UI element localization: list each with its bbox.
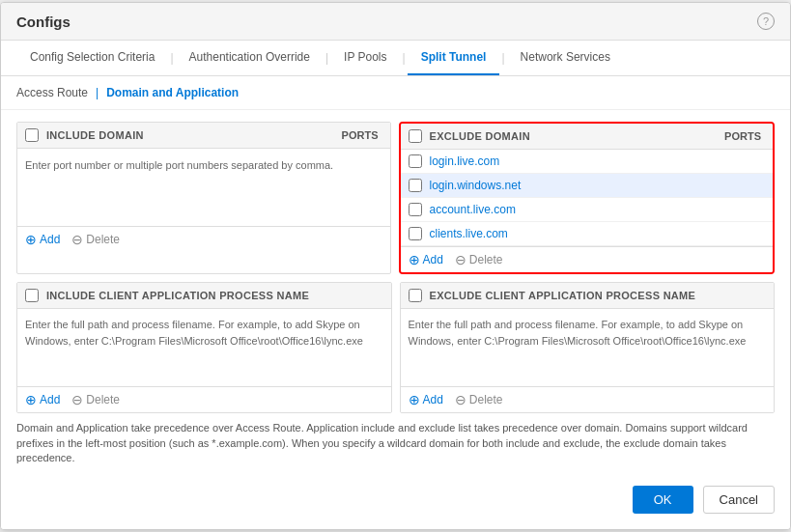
include-process-body: Enter the full path and process filename… bbox=[17, 309, 391, 386]
sub-tab-domain-app[interactable]: Domain and Application bbox=[106, 84, 239, 101]
exclude-domain-header: EXCLUDE DOMAIN PORTS bbox=[401, 124, 774, 150]
delete-circle-icon: ⊖ bbox=[71, 232, 83, 247]
ok-button[interactable]: OK bbox=[633, 486, 693, 514]
table-row[interactable]: login.live.com bbox=[401, 150, 774, 174]
table-row[interactable]: clients.live.com bbox=[401, 222, 774, 246]
exclude-row-checkbox-2[interactable] bbox=[409, 203, 422, 216]
exclude-row-checkbox-3[interactable] bbox=[409, 227, 422, 240]
exclude-row-checkbox-1[interactable] bbox=[409, 179, 422, 192]
include-process-col-header: INCLUDE CLIENT APPLICATION PROCESS NAME bbox=[46, 290, 309, 301]
exclude-row-domain-2: account.live.com bbox=[430, 203, 766, 216]
table-row[interactable]: account.live.com bbox=[401, 198, 774, 222]
window-title: Configs bbox=[16, 14, 71, 30]
delete-circle-icon-4: ⊖ bbox=[455, 392, 466, 407]
include-process-header: INCLUDE CLIENT APPLICATION PROCESS NAME bbox=[17, 283, 391, 309]
exclude-domain-ports-header: PORTS bbox=[724, 130, 765, 142]
sub-tab-access-route[interactable]: Access Route bbox=[16, 84, 88, 101]
exclude-process-delete-btn[interactable]: ⊖ Delete bbox=[455, 392, 503, 407]
exclude-domain-add-btn[interactable]: ⊕ Add bbox=[409, 252, 443, 267]
include-process-panel: INCLUDE CLIENT APPLICATION PROCESS NAME … bbox=[16, 282, 392, 413]
process-tables-row: INCLUDE CLIENT APPLICATION PROCESS NAME … bbox=[16, 282, 775, 413]
main-content: INCLUDE DOMAIN PORTS Enter port number o… bbox=[1, 110, 790, 528]
delete-circle-icon-3: ⊖ bbox=[71, 392, 83, 407]
table-row[interactable]: login.windows.net bbox=[401, 174, 774, 198]
add-circle-icon-4: ⊕ bbox=[409, 392, 420, 407]
exclude-process-add-btn[interactable]: ⊕ Add bbox=[409, 392, 443, 407]
exclude-row-checkbox-0[interactable] bbox=[409, 154, 422, 168]
exclude-row-domain-3: clients.live.com bbox=[430, 227, 766, 240]
include-domain-body: Enter port number or multiple port numbe… bbox=[17, 149, 390, 226]
tab-auth-override[interactable]: Authentication Override bbox=[176, 41, 324, 75]
include-domain-select-all[interactable] bbox=[25, 128, 39, 142]
add-circle-icon-2: ⊕ bbox=[409, 252, 420, 267]
exclude-process-select-all[interactable] bbox=[409, 289, 422, 302]
footer-note: Domain and Application take precedence o… bbox=[16, 421, 775, 465]
exclude-row-domain-1: login.windows.net bbox=[430, 179, 766, 192]
exclude-process-col-header: EXCLUDE CLIENT APPLICATION PROCESS NAME bbox=[430, 290, 696, 301]
add-circle-icon: ⊕ bbox=[25, 232, 37, 247]
exclude-domain-body: login.live.com login.windows.net account… bbox=[401, 150, 774, 246]
add-circle-icon-3: ⊕ bbox=[25, 392, 37, 407]
delete-circle-icon-2: ⊖ bbox=[455, 252, 466, 267]
include-process-delete-btn[interactable]: ⊖ Delete bbox=[71, 392, 120, 407]
include-process-footer: ⊕ Add ⊖ Delete bbox=[17, 386, 391, 412]
help-icon[interactable]: ? bbox=[757, 13, 775, 30]
exclude-row-domain-0: login.live.com bbox=[430, 154, 766, 168]
exclude-domain-col-header: EXCLUDE DOMAIN bbox=[430, 130, 530, 142]
config-window: Configs ? Config Selection Criteria | Au… bbox=[0, 2, 791, 529]
exclude-process-panel: EXCLUDE CLIENT APPLICATION PROCESS NAME … bbox=[400, 282, 776, 413]
tab-config-selection[interactable]: Config Selection Criteria bbox=[16, 41, 168, 75]
exclude-domain-select-all[interactable] bbox=[409, 129, 422, 143]
sub-tab-bar: Access Route | Domain and Application bbox=[1, 76, 790, 110]
include-domain-col-header: INCLUDE DOMAIN bbox=[46, 129, 144, 141]
include-process-select-all[interactable] bbox=[25, 289, 39, 302]
window-header: Configs ? bbox=[1, 3, 790, 41]
cancel-button[interactable]: Cancel bbox=[703, 486, 775, 514]
include-domain-header: INCLUDE DOMAIN PORTS bbox=[17, 123, 390, 149]
include-domain-empty-text: Enter port number or multiple port numbe… bbox=[17, 149, 390, 182]
tab-split-tunnel[interactable]: Split Tunnel bbox=[408, 41, 500, 75]
include-domain-footer: ⊕ Add ⊖ Delete bbox=[17, 226, 390, 252]
include-process-add-btn[interactable]: ⊕ Add bbox=[25, 392, 60, 407]
exclude-process-footer: ⊕ Add ⊖ Delete bbox=[401, 386, 775, 412]
include-domain-delete-btn[interactable]: ⊖ Delete bbox=[71, 232, 120, 247]
include-domain-ports-header: PORTS bbox=[342, 129, 382, 141]
include-domain-panel: INCLUDE DOMAIN PORTS Enter port number o… bbox=[16, 122, 391, 274]
exclude-domain-panel: EXCLUDE DOMAIN PORTS login.live.com logi… bbox=[399, 122, 776, 274]
tab-bar: Config Selection Criteria | Authenticati… bbox=[1, 41, 790, 76]
exclude-process-body: Enter the full path and process filename… bbox=[401, 309, 775, 386]
exclude-domain-footer: ⊕ Add ⊖ Delete bbox=[401, 246, 774, 272]
exclude-process-header: EXCLUDE CLIENT APPLICATION PROCESS NAME bbox=[401, 283, 775, 309]
domain-tables-row: INCLUDE DOMAIN PORTS Enter port number o… bbox=[16, 122, 775, 274]
tab-ip-pools[interactable]: IP Pools bbox=[330, 41, 400, 75]
exclude-domain-delete-btn[interactable]: ⊖ Delete bbox=[455, 252, 503, 267]
action-bar: OK Cancel bbox=[16, 478, 775, 518]
include-domain-add-btn[interactable]: ⊕ Add bbox=[25, 232, 60, 247]
tab-network-services[interactable]: Network Services bbox=[507, 41, 624, 75]
